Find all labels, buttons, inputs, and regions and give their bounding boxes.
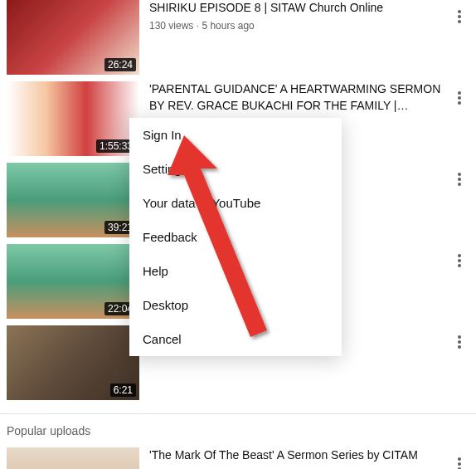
video-info: SHIRIKU EPISODE 8 | SITAW Church Online …	[149, 0, 469, 75]
video-title: SHIRIKU EPISODE 8 | SITAW Church Online	[149, 0, 443, 17]
menu-item-desktop[interactable]: Desktop	[129, 288, 342, 322]
video-title: 'PARENTAL GUIDANCE' A HEARTWARMING SERMO…	[149, 81, 443, 114]
menu-item-help[interactable]: Help	[129, 254, 342, 288]
video-info: 'The Mark Of The Beast' A Sermon Series …	[149, 447, 469, 469]
more-options-button[interactable]	[449, 169, 469, 189]
video-thumbnail[interactable]: 22:04	[7, 244, 139, 319]
video-thumbnail[interactable]: 6:21	[7, 325, 139, 400]
video-title: 'The Mark Of The Beast' A Sermon Series …	[149, 447, 443, 464]
menu-item-cancel[interactable]: Cancel	[129, 322, 342, 356]
more-vertical-icon	[458, 173, 461, 186]
duration-badge: 26:24	[104, 58, 136, 71]
video-thumbnail[interactable]	[7, 447, 139, 469]
duration-badge: 6:21	[110, 384, 136, 397]
menu-item-your-data[interactable]: Your data in YouTube	[129, 186, 342, 220]
more-options-button[interactable]	[449, 7, 469, 27]
video-thumbnail[interactable]: 1:55:33	[7, 81, 139, 156]
video-age: 5 hours ago	[202, 20, 254, 32]
video-thumbnail[interactable]: 39:21	[7, 163, 139, 237]
menu-item-feedback[interactable]: Feedback	[129, 220, 342, 254]
video-item[interactable]: 'The Mark Of The Beast' A Sermon Series …	[7, 447, 469, 469]
video-meta: 130 views · 5 hours ago	[149, 20, 443, 32]
more-vertical-icon	[458, 457, 461, 469]
more-options-button[interactable]	[449, 332, 469, 352]
video-list-popular: 'The Mark Of The Beast' A Sermon Series …	[0, 447, 476, 469]
section-header-popular: Popular uploads	[0, 414, 476, 447]
account-menu-dialog: Sign In Settings Your data in YouTube Fe…	[129, 118, 342, 356]
more-vertical-icon	[458, 10, 461, 23]
more-options-button[interactable]	[449, 251, 469, 271]
more-options-button[interactable]	[449, 454, 469, 469]
more-vertical-icon	[458, 91, 461, 105]
menu-item-settings[interactable]: Settings	[129, 152, 342, 186]
video-views: 130 views	[149, 20, 193, 32]
menu-item-sign-in[interactable]: Sign In	[129, 118, 342, 152]
video-item[interactable]: 26:24 SHIRIKU EPISODE 8 | SITAW Church O…	[7, 0, 469, 75]
more-vertical-icon	[458, 254, 461, 267]
video-thumbnail[interactable]: 26:24	[7, 0, 139, 75]
more-vertical-icon	[458, 335, 461, 349]
more-options-button[interactable]	[449, 88, 469, 108]
